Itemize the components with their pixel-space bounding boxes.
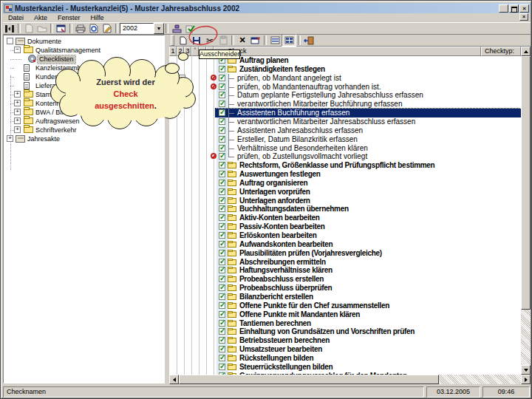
checklist-row-label[interactable]: Unterlagen vorprüfen <box>239 188 310 197</box>
checklist-row-label[interactable]: prüfen, ob Mandantenauftrag vorhanden is… <box>237 83 381 92</box>
checklist-row-label[interactable]: Tantiemen berechnen <box>239 319 311 328</box>
view-list-icon[interactable] <box>268 35 282 46</box>
paste-icon[interactable] <box>216 35 230 46</box>
plus-expander-icon[interactable]: + <box>14 109 21 115</box>
checklist-row-label[interactable]: Rechtsform, Größenklasse und Prüfungspfl… <box>239 161 434 170</box>
checkbox-checked-icon[interactable] <box>219 66 225 72</box>
checkbox-checked-icon[interactable] <box>219 197 225 204</box>
checkbox-checked-icon[interactable] <box>219 127 225 134</box>
menu-item-datei[interactable]: Datei <box>3 14 29 21</box>
tree-item-label[interactable]: Dokumente <box>26 38 63 46</box>
checklist-row-label[interactable]: Probeabschluss erstellen <box>239 275 324 284</box>
checkbox-checked-icon[interactable] <box>219 83 225 90</box>
checklist-row-label[interactable]: Abschreibungen ermitteln <box>239 258 326 267</box>
checkbox-checked-icon[interactable] <box>219 171 225 177</box>
checkbox-checked-icon[interactable] <box>219 100 225 107</box>
column-header-check[interactable]: Check <box>214 47 481 56</box>
checklist-row-label[interactable]: Steuerrückstellungen bilden <box>239 363 332 372</box>
scroll-down-icon[interactable] <box>521 365 531 375</box>
checklist-row-label[interactable]: Auswertungen festlegen <box>239 170 321 179</box>
minimize-button[interactable]: _ <box>499 4 508 13</box>
checklist-row-label[interactable]: Plausibilitäten prüfen (Vorjahresverglei… <box>239 249 382 258</box>
checkbox-checked-icon[interactable] <box>219 337 225 344</box>
checklist-row-label[interactable]: Passiv-Konten bearbeiten <box>239 222 325 231</box>
scroll-right-icon[interactable] <box>521 375 531 384</box>
checkbox-checked-icon[interactable] <box>219 162 225 168</box>
checkbox-checked-icon[interactable] <box>219 355 225 361</box>
menu-item-hilfe[interactable]: Hilfe <box>86 14 109 21</box>
plus-expander-icon[interactable]: + <box>14 126 21 133</box>
exit-door-icon[interactable] <box>302 35 316 46</box>
client-window-icon[interactable] <box>55 23 68 34</box>
scroll-up-icon[interactable] <box>521 47 531 56</box>
checkbox-checked-icon[interactable] <box>219 302 225 309</box>
checklist-row-label[interactable]: Haftungsverhältnisse klären <box>239 266 332 275</box>
cut-icon[interactable]: ✂ <box>203 35 216 46</box>
tree-item-label[interactable]: Qualitätsmanagement <box>34 47 102 55</box>
checkbox-checked-icon[interactable] <box>219 92 225 98</box>
checklist-row-label[interactable]: verantwortlichen Mitarbeiter Jahresabsch… <box>237 117 415 126</box>
print-preview-icon[interactable] <box>87 23 100 34</box>
delete-x-icon[interactable]: ✕ <box>236 35 249 46</box>
plus-expander-icon[interactable]: + <box>14 117 21 124</box>
checkbox-checked-icon[interactable] <box>219 293 225 300</box>
toolbar-drag-handle[interactable] <box>171 35 174 46</box>
checkbox-checked-icon[interactable] <box>219 180 225 186</box>
window-export-icon[interactable] <box>249 35 262 46</box>
checklist-row-label[interactable]: prüfen, ob Mandant angelegt ist <box>237 74 341 83</box>
mdi-close-button[interactable]: × <box>519 13 528 21</box>
checklist-row-label[interactable]: Auftrag planen <box>239 56 288 65</box>
checkbox-checked-icon[interactable] <box>219 118 225 125</box>
stamp-icon[interactable] <box>170 23 183 34</box>
restore-button[interactable] <box>509 4 519 13</box>
scrollbar-thumb[interactable] <box>521 56 531 310</box>
plus-expander-icon[interactable]: + <box>14 100 21 106</box>
checklist-row-label[interactable]: Buchhaltungsdaten übernehmen <box>239 205 349 214</box>
checklist-row-label[interactable]: Aktiv-Konten bearbeiten <box>239 214 320 222</box>
checklist-row-label[interactable]: Assistenten Jahresabschluss erfassen <box>237 126 363 135</box>
checklist-row-label[interactable]: prüfen, ob Zustellungsvollmacht vorliegt <box>237 152 367 161</box>
scrollbar-thumb[interactable] <box>179 375 439 384</box>
checklist-row-label[interactable]: Ersteller, Datum Bilanzkritik erfassen <box>237 135 358 144</box>
checkbox-checked-icon[interactable] <box>219 241 225 248</box>
checklist-row-label[interactable]: Offene Punkte für den Chef zusammenstell… <box>239 301 389 310</box>
checklist-row-label[interactable]: Unterlagen anfordern <box>239 197 310 205</box>
checkbox-checked-icon[interactable] <box>219 276 225 282</box>
year-select[interactable]: 2002 ▼ <box>120 23 164 34</box>
checklist-row-label[interactable]: Datum geplante Fertigstellung Jahresabsc… <box>237 91 423 100</box>
checkbox-checked-icon[interactable] <box>219 136 225 143</box>
checkbox-checked-icon[interactable] <box>219 188 225 195</box>
checklist-row-label[interactable]: Zuständigkeiten festlegen <box>239 65 325 74</box>
checklist-row-label[interactable]: Bilanzbericht erstellen <box>239 293 313 301</box>
checkbox-checked-icon[interactable] <box>219 75 225 81</box>
year-value[interactable]: 2002 <box>120 23 154 34</box>
checkbox-checked-icon[interactable] <box>219 250 225 256</box>
tree-item-jahresakte[interactable]: +Jahresakte <box>4 134 164 143</box>
checkbox-checked-icon[interactable] <box>219 328 225 335</box>
tree-item-qualit-tsmanagement[interactable]: −Qualitätsmanagement <box>4 46 164 55</box>
view-details-icon[interactable] <box>282 34 296 47</box>
checklist-row-label[interactable]: Offene Punkte mit Mandanten klären <box>239 310 360 319</box>
box-expander-icon[interactable] <box>7 38 13 44</box>
checklist-row-label[interactable]: Betriebssteuern berechnen <box>239 336 330 345</box>
checkbox-checked-icon[interactable] <box>219 259 225 265</box>
checkbox-checked-icon[interactable] <box>219 284 225 291</box>
checklist-row-label[interactable]: Verhältnisse und Besonderheiten klären <box>237 144 368 153</box>
checkbox-checked-icon[interactable] <box>219 145 225 151</box>
panels-icon[interactable] <box>3 23 16 34</box>
column-header-checktyp[interactable]: Checktyp: <box>481 47 521 56</box>
checkbox-checked-icon[interactable] <box>219 311 225 318</box>
tree-item-label[interactable]: Jahresakte <box>26 135 61 143</box>
plus-expander-icon[interactable]: + <box>7 135 13 142</box>
checkbox-checked-icon[interactable] <box>219 346 225 352</box>
new-document-icon[interactable] <box>22 23 35 34</box>
checkbox-checked-icon[interactable] <box>219 214 225 221</box>
checklist-row-label[interactable]: Umsatzsteuer bearbeiten <box>239 345 322 354</box>
tree-item-label[interactable]: Checklisten <box>38 55 75 64</box>
checkbox-checked-icon[interactable] <box>219 109 225 116</box>
column-header-°[interactable]: ° <box>191 47 199 56</box>
checklist-row-label[interactable]: Erlöskonten bearbeiten <box>239 231 317 240</box>
checklist-row-label[interactable]: Einhaltung von Grundsätzen und Vorschrif… <box>239 327 415 336</box>
checkbox-checked-icon[interactable] <box>219 320 225 327</box>
checkbox-checked-icon[interactable] <box>219 153 225 160</box>
